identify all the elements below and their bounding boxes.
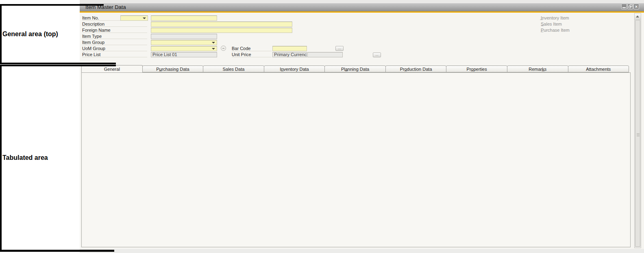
annotation-box2-top-line	[0, 65, 116, 66]
inventory-item-flag[interactable]: I̲nventory Item	[541, 15, 569, 20]
item-no-input[interactable]	[151, 15, 217, 21]
uom-definition-icon[interactable]	[221, 46, 226, 51]
unit-price-currency-select[interactable]: Primary Currenc	[272, 52, 307, 57]
accent-gold-line	[80, 11, 644, 13]
item-type-input	[151, 34, 217, 39]
item-no-type-select[interactable]	[120, 15, 148, 21]
tab-sales-data[interactable]: Sales Data	[203, 65, 264, 72]
general-area-annotation: General area (top)	[2, 31, 58, 38]
minimize-icon	[622, 7, 626, 8]
bar-code-label: Bar Code	[232, 46, 272, 51]
price-list-label: Price List	[82, 52, 147, 57]
chevron-down-icon	[211, 46, 216, 51]
item-master-data-window: Item Master Data × Item No. Description …	[80, 0, 644, 249]
window-titlebar[interactable]: Item Master Data	[80, 3, 644, 11]
scrollbar-grip	[637, 133, 640, 136]
vertical-scrollbar[interactable]	[634, 13, 641, 248]
tab-inventory-data[interactable]: In̲ventory Data	[264, 65, 325, 72]
price-list-input: Price List 01	[151, 52, 217, 57]
general-tab-panel	[81, 72, 631, 247]
bar-code-browse-button[interactable]: ...	[335, 46, 344, 51]
annotation-box2-bottom-line	[0, 250, 114, 252]
chevron-down-icon	[211, 40, 216, 45]
tab-purchasing-data[interactable]: Pu̲rchasing Data	[142, 65, 204, 72]
tab-properties[interactable]: Pro̲perties	[446, 65, 507, 72]
unit-price-input	[307, 52, 343, 57]
item-type-label: Item Type	[82, 34, 147, 39]
item-group-select[interactable]	[151, 40, 217, 45]
scrollbar-up-arrow-icon[interactable]	[635, 13, 641, 20]
tab-bar: General Pu̲rchasing Data Sales Data In̲v…	[81, 65, 629, 73]
tab-planning-data[interactable]: Pla̲nning Data	[324, 65, 386, 72]
description-label: Description	[82, 22, 147, 27]
sales-item-flag[interactable]: S̲ales Item	[541, 22, 562, 26]
unit-price-browse-button[interactable]: ...	[373, 52, 381, 57]
description-input[interactable]	[151, 22, 292, 27]
tab-production-data[interactable]: Pro̲duction Data	[385, 65, 447, 72]
window-top-frame	[80, 0, 644, 3]
restore-button[interactable]	[627, 4, 633, 9]
purchase-item-flag[interactable]: P̲urchase Item	[541, 28, 570, 33]
annotation-box2-left-line	[0, 65, 2, 252]
annotation-box1-top-line	[0, 4, 104, 6]
uom-group-label: UoM Group	[82, 46, 147, 51]
uom-group-select[interactable]	[151, 46, 217, 51]
minimize-button[interactable]	[621, 4, 627, 9]
tab-remarks[interactable]: Remark̲s	[507, 65, 568, 72]
unit-price-label: Unit Price	[232, 52, 272, 57]
desktop-background	[80, 249, 644, 253]
annotation-box1-bottom-line	[0, 63, 116, 64]
foreign-name-input[interactable]	[151, 28, 292, 33]
tab-attachments[interactable]: Attachments	[568, 65, 629, 72]
annotation-box1-left-line	[0, 4, 2, 64]
close-button[interactable]: ×	[633, 4, 639, 9]
screenshot-stage: Item Master Data × Item No. Description …	[0, 0, 644, 253]
foreign-name-label: Foreign Name	[82, 28, 147, 33]
scrollbar-thumb[interactable]	[635, 20, 640, 247]
tabulated-area-annotation: Tabulated area	[2, 154, 48, 161]
bar-code-input[interactable]	[272, 46, 307, 51]
chevron-down-icon	[142, 16, 147, 20]
item-group-label: Item Group	[82, 40, 147, 45]
